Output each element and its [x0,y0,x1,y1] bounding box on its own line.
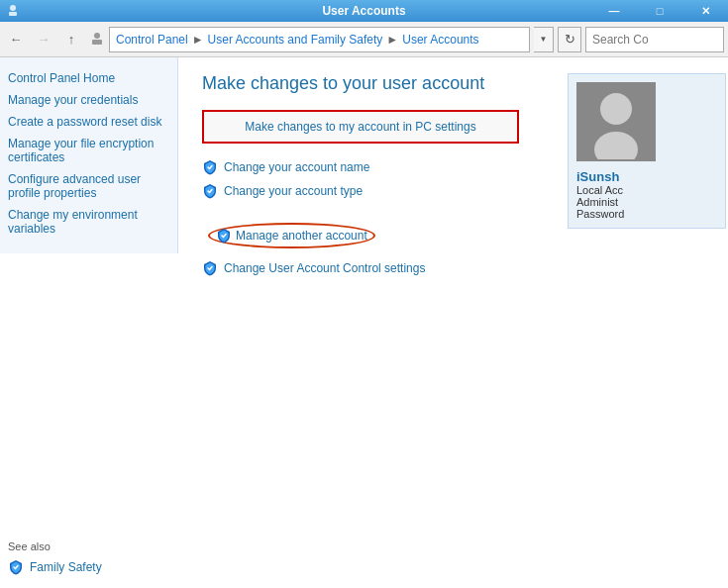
sidebar-home-link[interactable]: Control Panel Home [8,69,169,87]
right-panel: iSunsh Local Acc Administ Password [560,57,728,588]
sidebar: Control Panel Home Manage your credentia… [0,57,178,588]
pc-settings-button[interactable]: Make changes to my account in PC setting… [202,110,519,144]
shield-icon-manage [216,228,232,244]
refresh-button[interactable]: ↻ [558,27,581,52]
close-button[interactable]: ✕ [682,0,728,22]
sidebar-file-encryption[interactable]: Manage your file encryption certificates [8,135,169,166]
svg-point-5 [594,132,638,159]
change-account-type-item: Change your account type [202,183,536,199]
shield-icon-name [202,159,218,175]
title-bar-text: User Accounts [322,4,405,18]
manage-section: Manage another account Change User Accou… [202,219,536,276]
svg-point-0 [10,5,16,11]
sidebar-content: Control Panel Home Manage your credentia… [0,57,178,253]
forward-button[interactable]: → [32,28,55,51]
breadcrumb-user-accounts[interactable]: User Accounts [402,33,478,47]
avatar [576,82,656,161]
uac-settings-link[interactable]: Change User Account Control settings [224,261,425,275]
shield-icon [8,559,24,575]
title-bar-icon [6,3,20,20]
svg-point-2 [94,33,100,39]
up-button[interactable]: ↑ [59,28,83,51]
sidebar-bottom: See also Family Safety [8,533,102,576]
sidebar-manage-credentials[interactable]: Manage your credentials [8,91,169,109]
avatar-image [581,85,651,159]
user-panel: iSunsh Local Acc Administ Password [568,73,726,229]
content-area: Make changes to your user account Make c… [178,57,560,588]
user-name: iSunsh [576,169,717,184]
uac-settings-item: Change User Account Control settings [202,260,536,276]
change-account-name-link[interactable]: Change your account name [224,160,369,174]
svg-rect-1 [9,12,17,16]
svg-point-4 [600,93,632,125]
maximize-button[interactable]: □ [637,0,682,22]
minimize-button[interactable]: — [591,0,637,22]
see-also-label: See also [8,540,102,552]
sidebar-password-reset[interactable]: Create a password reset disk [8,113,169,131]
address-bar: ← → ↑ Control Panel ► User Accounts and … [0,22,728,57]
address-icon [89,30,105,49]
change-account-name-item: Change your account name [202,159,536,175]
svg-rect-3 [92,40,102,45]
user-detail-3: Password [576,208,717,220]
back-button[interactable]: ← [4,28,28,51]
window-controls: — □ ✕ [591,0,728,22]
family-safety-item: Family Safety [8,558,102,576]
address-field[interactable]: Control Panel ► User Accounts and Family… [109,27,530,52]
manage-another-link[interactable]: Manage another account [236,229,367,243]
breadcrumb-family-safety[interactable]: User Accounts and Family Safety [208,33,383,47]
shield-icon-uac [202,260,218,276]
manage-another-circle: Manage another account [208,223,375,248]
page-title: Make changes to your user account [202,73,536,94]
title-bar: User Accounts — □ ✕ [0,0,728,22]
user-detail-1: Local Acc [576,184,717,196]
main-layout: Control Panel Home Manage your credentia… [0,57,728,588]
sidebar-user-profile[interactable]: Configure advanced user profile properti… [8,170,169,202]
family-safety-link[interactable]: Family Safety [30,558,102,576]
address-dropdown[interactable]: ▼ [534,27,554,52]
user-detail-2: Administ [576,196,717,208]
change-account-type-link[interactable]: Change your account type [224,184,363,198]
breadcrumb-control-panel[interactable]: Control Panel [116,33,188,47]
sidebar-environment-vars[interactable]: Change my environment variables [8,206,169,238]
search-box[interactable] [585,27,724,52]
shield-icon-type [202,183,218,199]
search-input[interactable] [592,33,717,47]
manage-another-item: Manage another account [202,219,536,252]
